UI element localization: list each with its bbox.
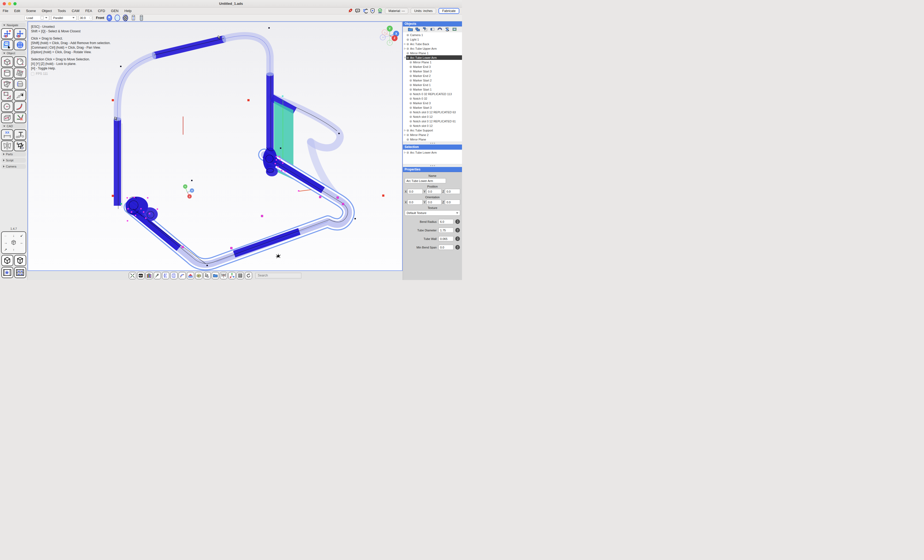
tree-item-marker-end-3b[interactable]: ◎Marker End 3 <box>403 101 462 105</box>
mirror-tool[interactable] <box>1 141 14 151</box>
trim-icon[interactable] <box>220 272 227 279</box>
visibility-icon[interactable]: ◎ <box>410 65 412 68</box>
tree-item-mirror-plane-2[interactable]: ▷◎Mirror Plane 2 <box>403 133 462 137</box>
nav-left-arrow[interactable]: ← <box>4 234 8 238</box>
nav-right-arrow[interactable]: → <box>4 241 8 245</box>
lathe-tool[interactable] <box>14 79 26 90</box>
tree-item-arc-tube-lower-arm[interactable]: ▽◎Arc Tube Lower Arm <box>403 55 462 60</box>
grid-icon[interactable] <box>237 272 244 279</box>
expander-icon[interactable]: ▷ <box>404 151 406 154</box>
visibility-icon[interactable]: ◎ <box>406 56 409 59</box>
quad-view-button[interactable] <box>14 267 26 278</box>
elbow-icon[interactable] <box>178 272 186 279</box>
tree-item-marker-start-3[interactable]: ◎Marker Start 3 <box>403 69 462 73</box>
menu-object[interactable]: Object <box>42 9 52 13</box>
menu-gen[interactable]: GEN <box>111 9 118 13</box>
visibility-icon[interactable]: ◎ <box>410 93 412 95</box>
box-tube-tool[interactable] <box>1 112 14 123</box>
zebra-view-icon[interactable] <box>123 14 128 21</box>
panel-splitter[interactable] <box>403 142 462 145</box>
panel-splitter[interactable] <box>403 164 462 167</box>
nav-up-arrow[interactable]: ↑ <box>13 248 15 252</box>
bend-view-icon[interactable] <box>162 272 169 279</box>
cube-tool[interactable] <box>1 56 14 67</box>
nav-downleft-arrow[interactable]: ↙ <box>20 234 23 238</box>
visibility-icon[interactable]: ◎ <box>410 102 412 105</box>
visibility-icon[interactable]: ◎ <box>406 38 409 41</box>
expander-icon[interactable]: ▽ <box>404 56 406 59</box>
unfold-icon[interactable] <box>187 272 194 279</box>
tree-item-marker-end-3[interactable]: ◎Marker End 3 <box>403 64 462 69</box>
expander-icon[interactable]: ▷ <box>404 47 406 50</box>
pick-icon[interactable] <box>204 272 211 279</box>
nav-left2-arrow[interactable]: ← <box>20 241 24 245</box>
pan-tool[interactable] <box>14 28 26 39</box>
replicate-icon[interactable] <box>445 27 450 32</box>
iso-view2-button[interactable] <box>14 255 26 266</box>
wire-tube-icon[interactable] <box>130 14 136 21</box>
arc-icon[interactable] <box>437 27 442 32</box>
axes-icon[interactable]: YZX <box>228 272 236 279</box>
search-input[interactable] <box>255 273 302 279</box>
rect-sketch-tool[interactable] <box>1 90 14 101</box>
tree-item-marker-start-1[interactable]: ◎Marker Start 1 <box>403 87 462 91</box>
folder-icon[interactable] <box>212 272 219 279</box>
visibility-icon[interactable]: ◎ <box>410 115 412 118</box>
isolate-icon[interactable] <box>430 27 435 32</box>
visibility-icon[interactable]: ◎ <box>410 61 412 64</box>
cylinder-view-icon[interactable] <box>170 272 177 279</box>
tree-item-notch-slot-replicated-61[interactable]: ◎Notch slot 0 12 REPLICATED 61 <box>403 119 462 123</box>
polyline-tool[interactable] <box>14 90 26 101</box>
mesh-tool[interactable] <box>1 79 14 90</box>
expander-icon[interactable]: ▷ <box>404 129 406 132</box>
section-object[interactable]: Object <box>2 51 26 55</box>
visibility-icon[interactable]: ◎ <box>406 52 409 54</box>
visibility-icon[interactable]: ◎ <box>410 74 412 77</box>
render-icon[interactable] <box>146 272 153 279</box>
position-x-field[interactable] <box>408 189 423 194</box>
tree-item-marker-start-3b[interactable]: ◎Marker Start 3 <box>403 105 462 110</box>
polygon-tube-tool[interactable]: 5 <box>14 141 26 151</box>
joint-tool[interactable] <box>14 129 26 140</box>
tube-wall-stepper[interactable] <box>455 237 460 241</box>
circle-sketch-tool[interactable] <box>1 101 14 112</box>
tree-item-light-1[interactable]: ◎Light 1 <box>403 37 462 42</box>
menu-cfd[interactable]: CFD <box>98 9 105 13</box>
tree-item-arc-tube-support[interactable]: ▷◎Arc Tube Support <box>403 128 462 133</box>
orientation-x-field[interactable] <box>408 199 423 205</box>
check-badge-icon[interactable] <box>378 8 382 13</box>
visibility-icon[interactable]: ◎ <box>410 97 412 100</box>
cylinder-tool[interactable] <box>1 67 14 78</box>
menu-scene[interactable]: Scene <box>26 9 36 13</box>
folder-icon[interactable] <box>408 27 413 32</box>
position-y-field[interactable] <box>426 189 442 194</box>
solid-tube-icon[interactable] <box>138 14 144 21</box>
visibility-icon[interactable]: ◎ <box>410 120 412 123</box>
tree-item-notch-replicated-113[interactable]: ◎Notch 0 32 REPLICATED 113 <box>403 91 462 96</box>
visibility-icon[interactable]: ◎ <box>406 151 409 154</box>
visibility-icon[interactable]: ◎ <box>406 133 409 136</box>
chat-icon[interactable] <box>355 8 360 13</box>
material-button[interactable]: Material: --- <box>385 8 408 14</box>
visibility-icon[interactable]: ◎ <box>410 79 412 82</box>
section-parts[interactable]: Parts <box>2 152 26 157</box>
visibility-icon[interactable]: ◎ <box>410 88 412 91</box>
menu-file[interactable]: File <box>3 9 8 13</box>
menu-cam[interactable]: CAM <box>72 9 80 13</box>
shaded-view-icon[interactable] <box>106 14 112 21</box>
orbit-tool[interactable] <box>14 39 26 50</box>
sync-list-icon[interactable] <box>363 8 368 13</box>
tube-diameter-field[interactable] <box>438 228 453 233</box>
tree-item-marker-end-2[interactable]: ◎Marker End 2 <box>403 73 462 78</box>
menu-help[interactable]: Help <box>124 9 132 13</box>
tree-item-camera-1[interactable]: ◎Camera 1 <box>403 33 462 37</box>
center-view-icon[interactable] <box>129 272 136 279</box>
nav-down-arrow[interactable]: ↓ <box>13 234 15 238</box>
nav-cube-icon[interactable] <box>10 239 17 246</box>
single-view-button[interactable] <box>2 267 14 278</box>
min-bend-span-stepper[interactable] <box>455 245 460 250</box>
refresh-icon[interactable] <box>245 272 252 279</box>
light-tool[interactable] <box>14 112 26 123</box>
selection-item-arc-tube-lower-arm[interactable]: ▷◎Arc Tube Lower Arm <box>403 150 462 155</box>
rocket-icon[interactable] <box>348 8 352 13</box>
